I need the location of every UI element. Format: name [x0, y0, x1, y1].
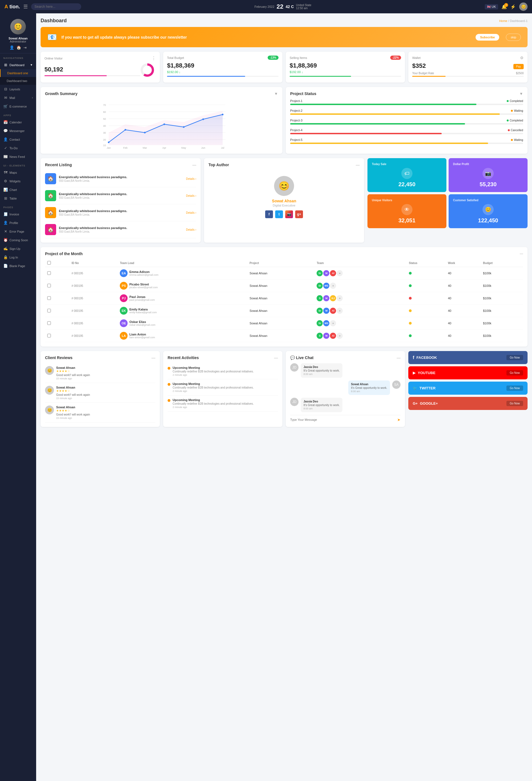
row-team-1: SrMAl+	[314, 267, 407, 280]
wallet-settings-icon[interactable]: ⚙	[520, 55, 524, 60]
user-avatar[interactable]: 😊	[519, 2, 528, 11]
growth-summary-title: Growth Summary	[45, 91, 78, 96]
project-status-action[interactable]: ▼	[519, 91, 523, 96]
sidebar-item-errorpage[interactable]: ✕ Error Page	[0, 227, 36, 236]
add-team-member[interactable]: +	[337, 308, 343, 314]
sidebar-item-maps[interactable]: 🗺 Maps	[0, 168, 36, 177]
google-link[interactable]: g+	[295, 210, 303, 218]
today-sale-icon: 🏷	[401, 168, 412, 179]
select-all-checkbox[interactable]	[47, 261, 51, 264]
instagram-link[interactable]: 📷	[285, 210, 293, 218]
sidebar-item-dashboard-one[interactable]: Dashboard one	[0, 69, 36, 77]
sidebar-item-invoice[interactable]: 🧾 Invoice	[0, 210, 36, 218]
send-message-icon[interactable]: ➤	[397, 417, 401, 422]
stat-card-selling-items: Selling Items -22% $1,88,369 $192.00 ↓	[286, 52, 405, 83]
add-team-member[interactable]: +	[330, 283, 336, 289]
sidebar-user-role: Administrator	[10, 40, 27, 43]
sidebar-item-ecommerce[interactable]: 🛒 E-commerce	[0, 102, 36, 111]
facebook-go-now-button[interactable]: Go Now	[506, 355, 523, 360]
skip-button[interactable]: skip	[506, 34, 521, 41]
live-chat-header: 💬 Live Chat —	[290, 356, 401, 360]
row-checkbox-6[interactable]	[47, 334, 51, 337]
sidebar-item-comingsoon[interactable]: ⏰ Coming Soon	[0, 236, 36, 244]
today-sale-label: Today Sale	[372, 163, 386, 166]
add-team-member[interactable]: +	[337, 333, 343, 339]
sidebar-item-newsfeed[interactable]: 📰 News Feed	[0, 152, 36, 161]
sidebar-item-dashboard[interactable]: ⊞ Dashboard ▼	[0, 60, 36, 69]
row-checkbox-5[interactable]	[47, 321, 51, 325]
sidebar-item-table[interactable]: ⊞ Table	[0, 194, 36, 203]
growth-summary-card: Growth Summary ▼ 70 60	[41, 87, 282, 154]
sidebar-item-widgets[interactable]: ⚙ Widgets	[0, 177, 36, 186]
sidebar-item-chart[interactable]: 📊 Chart	[0, 186, 36, 194]
chat-message-input[interactable]	[290, 418, 396, 421]
row-status-2	[407, 280, 446, 292]
youtube-card[interactable]: ▶ YOUTUBE Go Now	[408, 366, 528, 379]
sidebar-item-profile[interactable]: 👤 Profile	[0, 218, 36, 227]
breadcrumb-home[interactable]: Home	[499, 19, 507, 23]
add-team-member[interactable]: +	[337, 270, 343, 276]
svg-point-19	[144, 132, 146, 133]
twitter-card[interactable]: 🐦 TWITTER Go Now	[408, 382, 528, 395]
menu-toggle-icon[interactable]: ☰	[23, 4, 28, 10]
top-author-action[interactable]: —	[356, 163, 360, 167]
project-status-header: Project Status ▼	[290, 91, 523, 96]
listing-details-2[interactable]: Details ›	[186, 194, 196, 197]
listing-details-4[interactable]: Details ›	[186, 228, 196, 231]
row-checkbox-1[interactable]	[47, 271, 51, 275]
budget-rate-value: $2500	[516, 72, 524, 75]
listing-details-1[interactable]: Details ›	[186, 177, 196, 180]
sidebar-item-dashboard-two[interactable]: Dashboard two	[0, 77, 36, 85]
row-checkbox-4[interactable]	[47, 309, 51, 313]
facebook-card[interactable]: f FACEBOOK Go Now	[408, 351, 528, 364]
row-checkbox-3[interactable]	[47, 296, 51, 300]
sidebar-item-login[interactable]: 🔒 Log In	[0, 253, 36, 261]
sidebar-item-messenger[interactable]: 💬 Messenger	[0, 126, 36, 135]
add-team-member[interactable]: +	[330, 320, 336, 326]
client-reviews-action[interactable]: —	[152, 356, 155, 360]
facebook-link[interactable]: f	[265, 210, 273, 218]
growth-summary-action[interactable]: ▼	[274, 91, 278, 96]
navigations-section-title: NAVIGATIONS	[0, 53, 36, 60]
recent-activities-action[interactable]: —	[274, 356, 278, 360]
add-team-member[interactable]: +	[337, 295, 343, 301]
sidebar-item-calender[interactable]: 📅 Calender	[0, 118, 36, 126]
search-input[interactable]	[31, 3, 81, 10]
wallet-value-row: $352 Pay	[412, 62, 524, 71]
project-5-bar-bg	[290, 142, 523, 144]
google-go-now-button[interactable]: Go Now	[506, 401, 523, 406]
row-week-2: 40	[446, 280, 481, 292]
logout-icon[interactable]: ⇥	[23, 45, 27, 50]
listing-details-3[interactable]: Details ›	[186, 211, 196, 214]
sidebar-item-mail[interactable]: ✉ Mail ›	[0, 93, 36, 102]
dashboard-submenu: Dashboard one Dashboard two	[0, 69, 36, 85]
twitter-link[interactable]: t	[275, 210, 283, 218]
more-options-icon[interactable]: ⋮	[152, 55, 156, 61]
row-status-3	[407, 292, 446, 304]
sidebar-item-blankpage[interactable]: 📄 Blank Page	[0, 261, 36, 270]
status-indicator	[409, 334, 412, 337]
notifications-icon[interactable]: 🔔 3	[501, 4, 507, 9]
sidebar-item-signup[interactable]: ✍ Sign Up	[0, 244, 36, 253]
recent-listing-action[interactable]: —	[192, 163, 196, 167]
topbar-date: February 2022	[255, 5, 275, 8]
growth-summary-header: Growth Summary ▼	[45, 91, 278, 96]
sidebar-item-layouts[interactable]: ⊟ Layouts	[0, 85, 36, 93]
pay-button[interactable]: Pay	[514, 64, 524, 69]
google-card[interactable]: G+ GOOGLE+ Go Now	[408, 397, 528, 410]
sidebar-item-todo[interactable]: ✓ To-Do	[0, 144, 36, 152]
sidebar-item-contact[interactable]: 👤 Contact	[0, 135, 36, 144]
row-project-1: Sowat Ahsan	[247, 267, 315, 280]
project-table-action[interactable]: —	[520, 252, 523, 256]
twitter-go-now-button[interactable]: Go Now	[506, 385, 523, 391]
project-1-bar-bg	[290, 104, 523, 105]
subscribe-button[interactable]: Subscribe	[476, 34, 499, 41]
youtube-go-now-button[interactable]: Go Now	[506, 370, 523, 375]
live-chat-action[interactable]: —	[397, 356, 401, 360]
language-selector[interactable]: 🇬🇧 UK	[485, 4, 498, 9]
team-avatar: KJ	[330, 295, 336, 301]
user-profile-icon[interactable]: 👤	[9, 45, 14, 50]
home-icon[interactable]: 🏠	[16, 45, 21, 50]
row-checkbox-2[interactable]	[47, 284, 51, 287]
alerts-icon[interactable]: ⚡	[510, 4, 516, 9]
